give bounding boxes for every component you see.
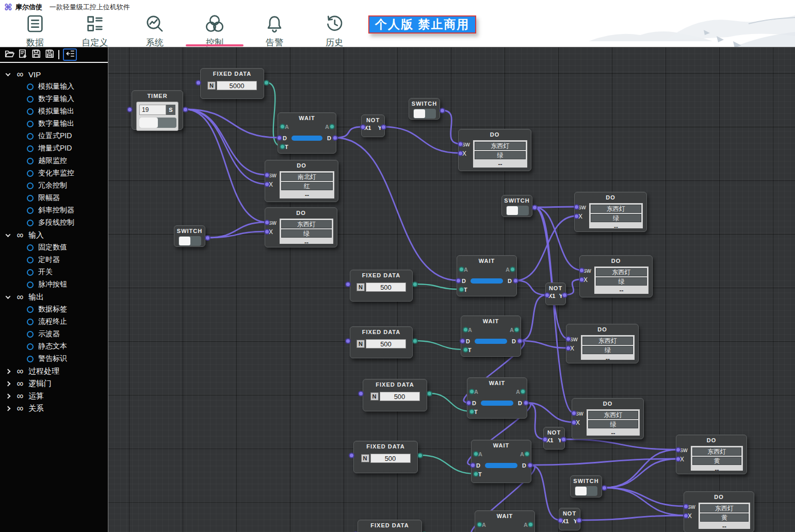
port-in[interactable] <box>345 338 351 344</box>
node-wait[interactable]: WAITA D T A D <box>471 440 531 483</box>
port-din[interactable] <box>277 135 282 141</box>
port-sw[interactable] <box>574 204 579 210</box>
node-do[interactable]: DOsw X 东西灯黄-- <box>684 491 754 532</box>
port-din[interactable] <box>456 278 461 284</box>
save-as-button[interactable] <box>43 48 56 61</box>
node-fixed[interactable]: FIXED DATA N 5000 <box>200 68 264 99</box>
port-out[interactable] <box>264 80 269 86</box>
tree-item[interactable]: 模拟量输出 <box>0 105 108 118</box>
tree-section-6[interactable]: ∞关系 <box>0 402 108 414</box>
tab-layout[interactable]: 自定义 <box>65 12 125 46</box>
node-do[interactable]: DOsw X 东西灯绿-- <box>572 398 644 439</box>
port-t[interactable] <box>280 144 285 149</box>
port-aout[interactable] <box>329 124 335 129</box>
do-select-row[interactable]: 绿 <box>591 214 641 222</box>
node-wait[interactable]: WAITA D T A D <box>278 112 336 154</box>
port-ain[interactable] <box>463 327 468 332</box>
tree-item[interactable]: 数字量输出 <box>0 118 108 130</box>
tree-section-2[interactable]: ∞输出 <box>0 291 108 303</box>
port-in[interactable] <box>127 107 133 112</box>
node-do[interactable]: DOsw X 南北灯红-- <box>265 160 338 202</box>
node-do[interactable]: DOsw X 东西灯绿-- <box>566 324 639 363</box>
tree-item[interactable]: 越限监控 <box>0 155 108 167</box>
node-wait[interactable]: WAITA D T A D <box>475 510 535 532</box>
port-dout[interactable] <box>527 462 533 468</box>
port-t[interactable] <box>463 347 468 353</box>
timer-toggle[interactable] <box>139 118 176 128</box>
tab-knot[interactable]: 控制 <box>185 12 245 46</box>
tree-item[interactable]: 开关 <box>0 266 108 278</box>
tree-item[interactable]: 冗余控制 <box>0 179 108 192</box>
do-select-row[interactable]: 东西灯 <box>596 268 647 276</box>
port-dout[interactable] <box>513 278 518 284</box>
node-switch[interactable]: SWITCH <box>501 195 532 217</box>
do-select-row[interactable]: 绿 <box>475 151 526 159</box>
port-din[interactable] <box>470 462 476 468</box>
port-out[interactable] <box>532 205 538 210</box>
node-switch[interactable]: SWITCH <box>570 475 602 497</box>
port-ain[interactable] <box>459 267 464 272</box>
tree-item[interactable]: 固定数值 <box>0 241 108 254</box>
port-in[interactable] <box>358 391 364 396</box>
port-ain[interactable] <box>473 451 479 457</box>
timer-value-input[interactable]: 19 <box>139 105 166 115</box>
port-t[interactable] <box>469 409 475 414</box>
fixed-value-input[interactable]: 500 <box>366 282 406 292</box>
tab-search-chart[interactable]: 系统 <box>125 12 185 46</box>
tree-item[interactable]: 模拟量输入 <box>0 80 108 93</box>
tree-item[interactable]: 位置式PID <box>0 130 108 142</box>
do-select-row[interactable]: 绿 <box>582 346 633 354</box>
node-wait[interactable]: WAITA D T A D <box>461 315 521 357</box>
tree-section-4[interactable]: ∞逻辑门 <box>0 377 108 390</box>
port-sw[interactable] <box>264 220 270 225</box>
port-x[interactable] <box>571 420 577 425</box>
tree-item[interactable]: 示波器 <box>0 328 108 340</box>
tree-section-1[interactable]: ∞输入 <box>0 229 108 241</box>
open-folder-button[interactable] <box>3 48 16 61</box>
port-out[interactable] <box>602 485 607 491</box>
do-select-row[interactable]: 东西灯 <box>475 142 526 150</box>
switch-toggle[interactable] <box>179 236 201 246</box>
node-fixed[interactable]: FIXED DATA N 500 <box>350 270 413 302</box>
node-do[interactable]: DOsw X 东西灯绿-- <box>579 255 653 297</box>
do-select-row[interactable]: 东西灯 <box>582 337 633 345</box>
port-x1[interactable] <box>558 518 563 523</box>
port-ain[interactable] <box>477 522 482 527</box>
do-select-row[interactable]: 东西灯 <box>591 205 641 213</box>
port-aout[interactable] <box>510 267 515 272</box>
node-fixed[interactable]: FIXED DATA N 500 <box>350 326 413 358</box>
do-select-row[interactable]: 红 <box>281 182 333 190</box>
port-din[interactable] <box>460 338 465 344</box>
node-switch[interactable]: SWITCH <box>409 98 440 120</box>
node-fixed[interactable]: FIXED DATA N 500 <box>358 520 422 532</box>
port-in[interactable] <box>196 80 201 86</box>
port-out[interactable] <box>205 235 210 241</box>
port-in[interactable] <box>345 281 351 287</box>
tab-history[interactable]: 历史 <box>304 12 364 46</box>
flow-canvas[interactable]: TIMER 19 S FIXED DATA N 5000WAITA D T A … <box>108 47 795 532</box>
port-sw[interactable] <box>683 504 689 509</box>
node-wait[interactable]: WAITA D T A D <box>467 377 527 419</box>
do-select-row[interactable]: 东西灯 <box>588 411 638 419</box>
port-out[interactable] <box>440 108 445 113</box>
port-y[interactable] <box>576 518 582 523</box>
port-aout[interactable] <box>514 327 520 332</box>
new-file-button[interactable] <box>16 48 29 61</box>
port-sw[interactable] <box>458 141 463 147</box>
tree-item[interactable]: 定时器 <box>0 254 108 266</box>
tree-item[interactable]: 静态文本 <box>0 340 108 353</box>
node-do[interactable]: DOsw X 东西灯绿-- <box>458 129 531 171</box>
port-y[interactable] <box>561 437 566 442</box>
port-x[interactable] <box>675 456 681 462</box>
node-switch[interactable]: SWITCH <box>174 225 205 247</box>
port-x[interactable] <box>683 513 689 519</box>
port-out[interactable] <box>183 107 188 112</box>
do-select-row[interactable]: 绿 <box>588 420 638 428</box>
port-sw[interactable] <box>579 268 585 273</box>
fixed-value-input[interactable]: 500 <box>380 392 420 401</box>
port-dout[interactable] <box>332 135 338 141</box>
switch-toggle[interactable] <box>575 486 597 496</box>
fixed-value-input[interactable]: 500 <box>370 454 411 463</box>
do-select-row[interactable]: 南北灯 <box>281 173 333 181</box>
tree-section-3[interactable]: ∞过程处理 <box>0 365 108 377</box>
